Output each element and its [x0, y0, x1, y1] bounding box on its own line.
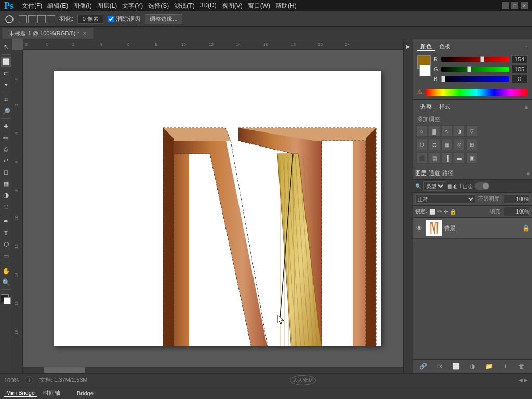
blur-btn[interactable]: ◑	[1, 190, 11, 200]
layers-filter-toggle[interactable]	[475, 182, 489, 190]
new-selection-btn[interactable]	[19, 15, 27, 23]
layer-fx-icon[interactable]: fx	[435, 362, 444, 371]
channel-mixer-icon[interactable]: ⊞	[466, 139, 477, 150]
layer-lock-icon[interactable]: 🔒	[522, 224, 530, 232]
curves-icon[interactable]: ∿	[441, 125, 453, 137]
color-tab[interactable]: 颜色	[417, 43, 435, 51]
brightness-contrast-icon[interactable]: ☼	[416, 125, 428, 137]
document-tab[interactable]: 未标题-1 @ 100%(RGB/8) * ✕	[2, 28, 94, 39]
lock-brush-icon[interactable]: ✏	[437, 209, 442, 215]
layer-link-icon[interactable]: 🔗	[419, 362, 428, 371]
filter-pixel-icon[interactable]: ▦	[447, 183, 452, 189]
new-group-icon[interactable]: 📁	[484, 362, 494, 371]
nav-prev-btn[interactable]: ◀	[518, 377, 523, 383]
marquee-tool-btn[interactable]: ⬜	[1, 57, 11, 67]
hand-tool-btn[interactable]: ✋	[1, 265, 11, 276]
pen-tool-btn[interactable]: ✒	[1, 216, 11, 227]
win-maximize-button[interactable]: □	[511, 2, 518, 9]
fill-input[interactable]	[504, 207, 530, 216]
delete-layer-icon[interactable]: 🗑	[517, 362, 526, 371]
layers-type-select[interactable]: 类型	[423, 181, 445, 191]
background-color[interactable]	[4, 297, 11, 304]
path-select-btn[interactable]: ⬡	[1, 239, 11, 249]
selective-color-icon[interactable]: ▣	[466, 152, 477, 164]
layer-item-background[interactable]: 👁 背景 🔒	[413, 218, 532, 239]
win-close-button[interactable]: ✕	[521, 2, 528, 9]
brush-tool-btn[interactable]: ✏	[1, 132, 11, 143]
spectrum-bar[interactable]	[425, 89, 528, 96]
tab-close-icon[interactable]: ✕	[83, 31, 87, 36]
r-value-input[interactable]: 154	[511, 55, 528, 63]
menu-select[interactable]: 选择(S)	[148, 2, 169, 10]
blend-mode-select[interactable]: 正常	[415, 194, 475, 204]
menu-image[interactable]: 图像(I)	[73, 2, 91, 10]
healing-brush-btn[interactable]: ✚	[1, 121, 11, 131]
add-selection-btn[interactable]	[28, 15, 36, 23]
swatches-tab[interactable]: 色板	[436, 43, 454, 51]
status-icon[interactable]: i	[25, 376, 33, 384]
filter-text-icon[interactable]: T	[459, 183, 462, 189]
channels-tab[interactable]: 通道	[429, 169, 440, 177]
gradient-btn[interactable]: ▦	[1, 178, 11, 189]
menu-help[interactable]: 帮助(H)	[275, 2, 297, 10]
zoom-tool-btn[interactable]: 🔍	[1, 277, 11, 287]
b-value-input[interactable]: 0	[511, 75, 528, 83]
nav-next-btn[interactable]: ▶	[524, 377, 528, 383]
menu-edit[interactable]: 编辑(E)	[47, 2, 68, 10]
filter-shape-icon[interactable]: ◻	[463, 183, 467, 189]
bw-icon[interactable]: ▦	[441, 139, 453, 150]
lock-all-icon[interactable]: 🔒	[450, 209, 456, 215]
layers-tab[interactable]: 图层	[415, 169, 427, 177]
layers-panel-menu-icon[interactable]: ≡	[527, 170, 530, 176]
feather-input[interactable]	[77, 15, 103, 24]
dodge-btn[interactable]: ◌	[1, 201, 11, 211]
g-slider-track[interactable]	[441, 66, 509, 72]
menu-layer[interactable]: 图层(L)	[97, 2, 117, 10]
move-tool-btn[interactable]: ↖	[1, 42, 11, 52]
r-slider-thumb[interactable]	[480, 56, 484, 62]
scrollbar-horizontal[interactable]	[23, 367, 406, 373]
filter-smart-icon[interactable]: ◎	[468, 183, 473, 189]
opacity-input[interactable]	[504, 194, 530, 204]
refine-edge-button[interactable]: 调整边缘...	[145, 14, 182, 24]
adjustments-tab[interactable]: 调整	[417, 103, 435, 111]
new-layer-icon[interactable]: +	[501, 362, 510, 371]
subtract-selection-btn[interactable]	[37, 15, 46, 23]
levels-icon[interactable]: ▓	[429, 125, 440, 137]
g-value-input[interactable]: 105	[511, 65, 528, 73]
vibrance-icon[interactable]: ▽	[466, 125, 477, 137]
hue-sat-icon[interactable]: ⬡	[416, 139, 428, 150]
win-minimize-button[interactable]: —	[502, 2, 509, 9]
lock-move-icon[interactable]: ✛	[444, 209, 448, 215]
b-slider-track[interactable]	[441, 76, 509, 82]
eyedropper-btn[interactable]: 🔎	[1, 106, 11, 116]
clone-stamp-btn[interactable]: ⎙	[1, 144, 11, 154]
intersect-selection-btn[interactable]	[47, 15, 55, 23]
menu-3d[interactable]: 3D(D)	[200, 2, 217, 10]
g-slider-thumb[interactable]	[467, 66, 471, 72]
menu-view[interactable]: 视图(V)	[222, 2, 243, 10]
color-balance-icon[interactable]: ⚖	[429, 139, 440, 150]
history-brush-btn[interactable]: ↩	[1, 155, 11, 166]
adjust-panel-menu-icon[interactable]: ≡	[525, 104, 528, 110]
color-selector[interactable]	[1, 294, 12, 305]
crop-tool-btn[interactable]: ⌗	[1, 95, 11, 105]
anti-alias-checkbox[interactable]	[108, 16, 114, 22]
styles-tab[interactable]: 样式	[436, 103, 454, 111]
b-slider-thumb[interactable]	[441, 76, 445, 82]
menu-window[interactable]: 窗口(W)	[248, 2, 270, 10]
menu-file[interactable]: 文件(F)	[22, 2, 42, 10]
menu-text[interactable]: 文字(Y)	[122, 2, 143, 10]
mini-bridge-tab[interactable]: Mini Bridge	[4, 390, 37, 397]
new-adjustment-icon[interactable]: ◑	[468, 362, 477, 371]
background-color-swatch[interactable]	[419, 65, 431, 76]
eraser-btn[interactable]: ◻	[1, 167, 11, 177]
lock-transparent-icon[interactable]: ⬜	[429, 209, 435, 215]
r-slider-track[interactable]	[441, 57, 509, 62]
threshold-icon[interactable]: ▐	[441, 152, 453, 164]
gradient-map-icon[interactable]: ▬	[454, 152, 465, 164]
collapse-panel-btn[interactable]: ▶	[405, 42, 411, 51]
quick-select-btn[interactable]: ✦	[1, 79, 11, 90]
shape-tool-btn[interactable]: ▭	[1, 250, 11, 261]
scroll-thumb-h[interactable]	[44, 367, 85, 373]
